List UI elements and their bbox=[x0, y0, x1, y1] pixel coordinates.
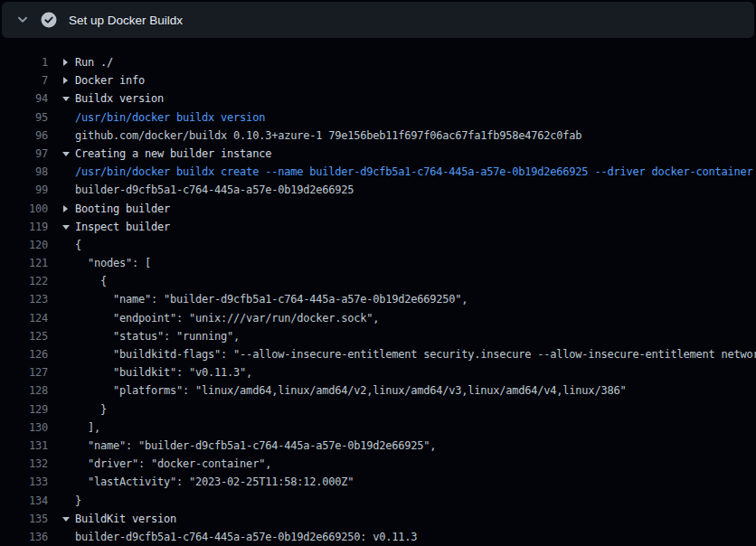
marker-spacer bbox=[48, 363, 75, 381]
marker-spacer bbox=[48, 473, 75, 491]
marker-spacer bbox=[48, 400, 75, 419]
marker-spacer bbox=[48, 492, 75, 510]
marker-spacer bbox=[48, 345, 75, 363]
log-text: "buildkit": "v0.11.3", bbox=[75, 363, 252, 381]
log-line: 133 "lastActivity": "2023-02-25T11:58:12… bbox=[0, 473, 756, 491]
log-line: 95/usr/bin/docker buildx version bbox=[0, 108, 756, 127]
line-number[interactable]: 122 bbox=[0, 272, 48, 290]
line-number[interactable]: 134 bbox=[0, 492, 48, 510]
log-line: 1Run ./ bbox=[0, 53, 756, 71]
log-line: 136builder-d9cfb5a1-c764-445a-a57e-0b19d… bbox=[0, 528, 756, 546]
log-line: 122 { bbox=[0, 272, 756, 290]
group-expanded-icon[interactable] bbox=[48, 145, 75, 163]
marker-spacer bbox=[48, 163, 75, 181]
line-number[interactable]: 119 bbox=[0, 218, 48, 236]
group-expanded-icon[interactable] bbox=[48, 510, 75, 528]
log-line: 123 "name": "builder-d9cfb5a1-c764-445a-… bbox=[0, 290, 756, 308]
line-number[interactable]: 130 bbox=[0, 419, 48, 437]
line-number[interactable]: 100 bbox=[0, 200, 48, 218]
log-text: ], bbox=[75, 419, 100, 437]
log-text: "lastActivity": "2023-02-25T11:58:12.000… bbox=[75, 473, 354, 491]
log-group-title[interactable]: BuildKit version bbox=[75, 510, 176, 528]
log-line: 121 "nodes": [ bbox=[0, 254, 756, 272]
marker-spacer bbox=[48, 455, 75, 473]
log-line: 125 "status": "running", bbox=[0, 327, 756, 345]
log-text: "name": "builder-d9cfb5a1-c764-445a-a57e… bbox=[75, 437, 436, 455]
log-group-title[interactable]: Buildx version bbox=[75, 89, 164, 108]
marker-spacer bbox=[48, 108, 75, 127]
log-line: 120{ bbox=[0, 236, 756, 254]
step-header[interactable]: Set up Docker Buildx bbox=[2, 2, 754, 38]
line-number[interactable]: 97 bbox=[0, 145, 48, 163]
chevron-down-icon[interactable] bbox=[16, 14, 29, 26]
log-line: 134} bbox=[0, 492, 756, 510]
log-line: 130 ], bbox=[0, 419, 756, 437]
line-number[interactable]: 7 bbox=[0, 71, 48, 89]
log-line: 129 } bbox=[0, 400, 756, 419]
marker-spacer bbox=[48, 290, 75, 308]
log-line: 135BuildKit version bbox=[0, 510, 756, 528]
log-viewer: 1Run ./7Docker info94Buildx version95/us… bbox=[0, 38, 756, 546]
log-line: 127 "buildkit": "v0.11.3", bbox=[0, 363, 756, 381]
line-number[interactable]: 129 bbox=[0, 400, 48, 419]
group-expanded-icon[interactable] bbox=[48, 218, 75, 236]
log-text: /usr/bin/docker buildx create --name bui… bbox=[75, 163, 753, 181]
check-circle-icon bbox=[41, 12, 57, 28]
line-number[interactable]: 98 bbox=[0, 163, 48, 181]
marker-spacer bbox=[48, 254, 75, 272]
log-text: builder-d9cfb5a1-c764-445a-a57e-0b19d2e6… bbox=[75, 181, 354, 199]
log-text: "endpoint": "unix:///var/run/docker.sock… bbox=[75, 309, 379, 327]
log-line: 99builder-d9cfb5a1-c764-445a-a57e-0b19d2… bbox=[0, 181, 756, 199]
marker-spacer bbox=[48, 381, 75, 400]
log-group-title[interactable]: Inspect builder bbox=[75, 218, 170, 236]
marker-spacer bbox=[48, 327, 75, 345]
log-text: { bbox=[75, 236, 81, 254]
step-title: Set up Docker Buildx bbox=[69, 14, 183, 27]
log-text: "driver": "docker-container", bbox=[75, 455, 271, 473]
group-collapsed-icon[interactable] bbox=[48, 53, 75, 71]
line-number[interactable]: 124 bbox=[0, 309, 48, 327]
line-number[interactable]: 121 bbox=[0, 254, 48, 272]
line-number[interactable]: 127 bbox=[0, 363, 48, 381]
log-line: 119Inspect builder bbox=[0, 218, 756, 236]
marker-spacer bbox=[48, 419, 75, 437]
line-number[interactable]: 133 bbox=[0, 473, 48, 491]
log-line: 98/usr/bin/docker buildx create --name b… bbox=[0, 163, 756, 181]
line-number[interactable]: 94 bbox=[0, 89, 48, 108]
line-number[interactable]: 99 bbox=[0, 181, 48, 199]
line-number[interactable]: 123 bbox=[0, 290, 48, 308]
log-line: 94Buildx version bbox=[0, 89, 756, 108]
line-number[interactable]: 136 bbox=[0, 528, 48, 546]
log-group-title[interactable]: Docker info bbox=[75, 71, 145, 89]
group-collapsed-icon[interactable] bbox=[48, 71, 75, 89]
line-number[interactable]: 132 bbox=[0, 455, 48, 473]
line-number[interactable]: 120 bbox=[0, 236, 48, 254]
group-collapsed-icon[interactable] bbox=[48, 200, 75, 218]
line-number[interactable]: 96 bbox=[0, 127, 48, 145]
log-text: "status": "running", bbox=[75, 327, 240, 345]
log-line: 96github.com/docker/buildx 0.10.3+azure-… bbox=[0, 127, 756, 145]
line-number[interactable]: 128 bbox=[0, 381, 48, 400]
log-group-title[interactable]: Creating a new builder instance bbox=[75, 145, 271, 163]
log-line: 100Booting builder bbox=[0, 200, 756, 218]
log-group-title[interactable]: Booting builder bbox=[75, 200, 170, 218]
log-text: } bbox=[75, 492, 81, 510]
log-text: builder-d9cfb5a1-c764-445a-a57e-0b19d2e6… bbox=[75, 528, 417, 546]
line-number[interactable]: 1 bbox=[0, 53, 48, 71]
log-text: "buildkitd-flags": "--allow-insecure-ent… bbox=[75, 345, 756, 363]
line-number[interactable]: 135 bbox=[0, 510, 48, 528]
log-text: /usr/bin/docker buildx version bbox=[75, 108, 265, 127]
log-line: 132 "driver": "docker-container", bbox=[0, 455, 756, 473]
group-expanded-icon[interactable] bbox=[48, 89, 75, 108]
log-group-title[interactable]: Run ./ bbox=[75, 53, 113, 71]
marker-spacer bbox=[48, 272, 75, 290]
marker-spacer bbox=[48, 181, 75, 199]
log-line: 131 "name": "builder-d9cfb5a1-c764-445a-… bbox=[0, 437, 756, 455]
log-text: "nodes": [ bbox=[75, 254, 151, 272]
line-number[interactable]: 125 bbox=[0, 327, 48, 345]
line-number[interactable]: 126 bbox=[0, 345, 48, 363]
line-number[interactable]: 131 bbox=[0, 437, 48, 455]
log-text: { bbox=[75, 272, 107, 290]
line-number[interactable]: 95 bbox=[0, 108, 48, 127]
log-text: "name": "builder-d9cfb5a1-c764-445a-a57e… bbox=[75, 290, 468, 308]
